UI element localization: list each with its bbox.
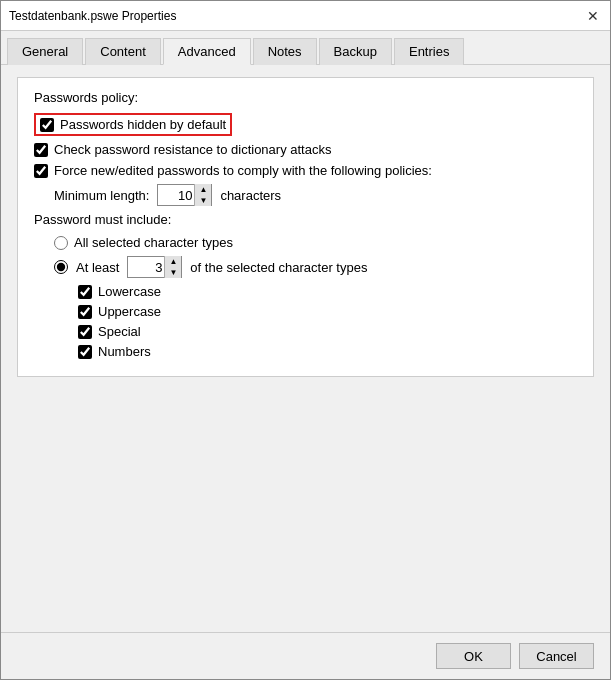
tab-backup[interactable]: Backup xyxy=(319,38,392,65)
uppercase-row: Uppercase xyxy=(78,304,577,319)
check-resistance-row: Check password resistance to dictionary … xyxy=(34,142,577,157)
min-length-spinner: 10 ▲ ▼ xyxy=(157,184,212,206)
window-title: Testdatenbank.pswe Properties xyxy=(9,9,176,23)
close-icon[interactable]: ✕ xyxy=(584,7,602,25)
main-content: Passwords policy: Passwords hidden by de… xyxy=(1,65,610,632)
all-selected-row: All selected character types xyxy=(54,235,577,250)
at-least-spinner-buttons: ▲ ▼ xyxy=(164,256,181,278)
section-title: Passwords policy: xyxy=(34,90,577,105)
min-length-row: Minimum length: 10 ▲ ▼ characters xyxy=(54,184,577,206)
tab-advanced[interactable]: Advanced xyxy=(163,38,251,65)
tab-notes[interactable]: Notes xyxy=(253,38,317,65)
at-least-label: At least xyxy=(76,260,119,275)
bottom-bar: OK Cancel xyxy=(1,632,610,679)
at-least-input[interactable]: 3 xyxy=(128,257,164,277)
force-comply-row: Force new/edited passwords to comply wit… xyxy=(34,163,577,178)
cancel-button[interactable]: Cancel xyxy=(519,643,594,669)
spinner-up-button[interactable]: ▲ xyxy=(195,184,211,195)
at-least-radio[interactable] xyxy=(54,260,68,274)
passwords-hidden-label: Passwords hidden by default xyxy=(60,117,226,132)
check-resistance-checkbox[interactable] xyxy=(34,143,48,157)
lowercase-row: Lowercase xyxy=(78,284,577,299)
tab-entries[interactable]: Entries xyxy=(394,38,464,65)
all-selected-radio[interactable] xyxy=(54,236,68,250)
min-length-input[interactable]: 10 xyxy=(158,185,194,205)
window: Testdatenbank.pswe Properties ✕ General … xyxy=(0,0,611,680)
numbers-checkbox[interactable] xyxy=(78,345,92,359)
char-checkboxes: Lowercase Uppercase Special Numbers xyxy=(78,284,577,359)
numbers-label: Numbers xyxy=(98,344,151,359)
uppercase-checkbox[interactable] xyxy=(78,305,92,319)
special-label: Special xyxy=(98,324,141,339)
spinner-down-button[interactable]: ▼ xyxy=(195,195,211,206)
lowercase-label: Lowercase xyxy=(98,284,161,299)
at-least-suffix: of the selected character types xyxy=(190,260,367,275)
passwords-hidden-checkbox[interactable] xyxy=(40,118,54,132)
uppercase-label: Uppercase xyxy=(98,304,161,319)
spinner-buttons: ▲ ▼ xyxy=(194,184,211,206)
title-bar: Testdatenbank.pswe Properties ✕ xyxy=(1,1,610,31)
passwords-hidden-row: Passwords hidden by default xyxy=(34,113,232,136)
policy-section: Passwords policy: Passwords hidden by de… xyxy=(17,77,594,377)
force-comply-label: Force new/edited passwords to comply wit… xyxy=(54,163,432,178)
at-least-spinner-up[interactable]: ▲ xyxy=(165,256,181,267)
at-least-row: At least 3 ▲ ▼ of the selected character… xyxy=(54,256,577,278)
special-checkbox[interactable] xyxy=(78,325,92,339)
tab-content[interactable]: Content xyxy=(85,38,161,65)
lowercase-checkbox[interactable] xyxy=(78,285,92,299)
at-least-spinner-down[interactable]: ▼ xyxy=(165,267,181,278)
force-comply-checkbox[interactable] xyxy=(34,164,48,178)
at-least-spinner: 3 ▲ ▼ xyxy=(127,256,182,278)
ok-button[interactable]: OK xyxy=(436,643,511,669)
all-selected-label: All selected character types xyxy=(74,235,233,250)
min-length-suffix: characters xyxy=(220,188,281,203)
tab-general[interactable]: General xyxy=(7,38,83,65)
tab-bar: General Content Advanced Notes Backup En… xyxy=(1,31,610,65)
check-resistance-label: Check password resistance to dictionary … xyxy=(54,142,331,157)
special-row: Special xyxy=(78,324,577,339)
numbers-row: Numbers xyxy=(78,344,577,359)
min-length-label: Minimum length: xyxy=(54,188,149,203)
must-include-label: Password must include: xyxy=(34,212,577,227)
